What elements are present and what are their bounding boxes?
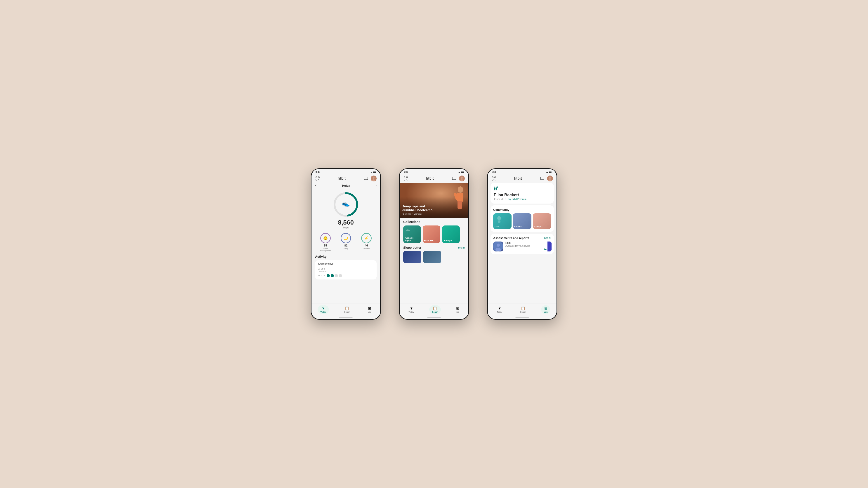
profile-content-area: Elisa Beckett Joined 2016 • Try Fitbit P… xyxy=(488,183,557,303)
svg-rect-13 xyxy=(404,179,405,180)
clock-icon-hero: ⏱ xyxy=(402,213,404,215)
home-indicator-1 xyxy=(311,315,380,319)
community-feed[interactable]: Feed xyxy=(493,213,512,229)
day-dot-sun xyxy=(339,274,342,277)
nav-coach-1[interactable]: 📋 Coach xyxy=(341,305,352,314)
joined-text: Joined 2016 • xyxy=(494,198,507,200)
signal-icon: ▮▮▮ xyxy=(373,171,376,173)
phone-coach: 9:30 ▾▴ ▮▮▮ fitbit xyxy=(399,168,469,320)
collection-favorites[interactable]: Favorites xyxy=(423,225,440,243)
collection-available[interactable]: Availableto you xyxy=(403,225,421,243)
next-arrow[interactable]: > xyxy=(375,184,377,187)
hero-workout-title: Jump rope anddumbbell bootcamp xyxy=(402,204,466,212)
tuesday-label: T xyxy=(321,275,322,277)
home-bar-2 xyxy=(427,317,441,318)
assessments-see-all[interactable]: See all xyxy=(544,237,551,239)
ecg-illustration xyxy=(493,241,503,252)
hero-workout-image[interactable]: Jump rope anddumbbell bootcamp ⏱ 15 min … xyxy=(400,183,468,218)
message-icon-today[interactable] xyxy=(364,176,368,181)
home-indicator-2 xyxy=(400,315,468,319)
today-nav-icon: ☀ xyxy=(322,306,325,311)
scan-icon-profile[interactable] xyxy=(491,176,496,181)
svg-point-34 xyxy=(496,187,497,188)
nav-today-3[interactable]: ☀ Today xyxy=(494,305,505,314)
scan-icon-coach[interactable] xyxy=(403,176,408,181)
message-icon-profile[interactable] xyxy=(540,176,545,181)
sleep-value: 82 xyxy=(344,244,347,247)
nav-you-3[interactable]: ⊞ You xyxy=(541,305,550,314)
svg-point-37 xyxy=(496,188,497,189)
hero-meta: ⏱ 15 min • Workout xyxy=(402,213,466,215)
status-time-profile: 9:30 xyxy=(492,171,496,173)
status-time-coach: 9:30 xyxy=(404,171,408,173)
avatar-profile[interactable] xyxy=(547,175,553,182)
nav-you-2[interactable]: ⊞ You xyxy=(453,305,462,314)
nav-bar-profile: fitbit xyxy=(488,174,557,183)
nav-you-1[interactable]: ⊞ You xyxy=(365,305,374,314)
you-nav-icon-3: ⊞ xyxy=(544,306,547,311)
steps-label: Steps xyxy=(343,226,349,229)
coach-nav-label-3: Coach xyxy=(520,311,526,313)
avatar-today[interactable] xyxy=(371,175,377,182)
hero-text-block: Jump rope anddumbbell bootcamp ⏱ 15 min … xyxy=(402,204,466,215)
bottom-nav-today: ☀ Today 📋 Coach ⊞ You xyxy=(311,303,380,315)
scan-icon[interactable] xyxy=(315,176,320,181)
nav-bar-today: fitbit xyxy=(311,174,380,183)
avatar-coach[interactable] xyxy=(459,175,465,182)
svg-point-44 xyxy=(495,248,501,252)
ecg-setup-btn[interactable]: Set up xyxy=(505,248,551,251)
phone-today: 9:30 ▾▴ ▮▮▮ fitbit xyxy=(311,168,381,320)
status-icons-today: ▾▴ ▮▮▮ xyxy=(370,171,376,173)
date-nav: < Today > xyxy=(315,183,377,189)
you-nav-label-2: You xyxy=(456,311,459,313)
svg-point-40 xyxy=(497,216,501,221)
ecg-card: ECG Available for your device Set up xyxy=(493,241,551,252)
signal-icon-profile: ▮▮▮ xyxy=(549,171,553,173)
sleep-card[interactable]: 🌙 82 Sleep xyxy=(341,233,351,252)
nav-today[interactable]: ☀ Today xyxy=(318,305,329,314)
community-groups[interactable]: Groups xyxy=(533,213,551,229)
svg-rect-4 xyxy=(364,177,368,180)
svg-point-31 xyxy=(549,177,551,179)
nav-coach-2[interactable]: 📋 Coach xyxy=(429,305,441,314)
phone-profile: 9:30 ▾▴ ▮▮▮ fitbit xyxy=(487,168,557,320)
day-dot-thu xyxy=(327,274,330,277)
nav-today-2[interactable]: ☀ Today xyxy=(406,305,417,314)
bottom-nav-coach: ☀ Today 📋 Coach ⊞ You xyxy=(400,303,468,315)
this-week-label: This week xyxy=(318,271,373,273)
svg-line-28 xyxy=(495,180,496,180)
status-bar-today: 9:30 ▾▴ ▮▮▮ xyxy=(311,169,380,174)
prev-arrow[interactable]: < xyxy=(315,184,317,187)
exercise-days-label: Exercise days xyxy=(318,263,373,265)
step-ring-container: 👟 8,560 Steps xyxy=(315,189,377,232)
date-title: Today xyxy=(342,184,350,187)
collection-strength[interactable]: Strength xyxy=(442,225,460,243)
sleep-card-2[interactable] xyxy=(423,251,441,263)
sleep-see-all[interactable]: See all xyxy=(458,247,465,249)
fitbit-dots-icon xyxy=(494,186,499,191)
nav-coach-3[interactable]: 📋 Coach xyxy=(518,305,529,314)
svg-rect-12 xyxy=(406,177,408,178)
zone-card[interactable]: ⚡ 46 Zone Min xyxy=(361,233,372,252)
fitbit-logo-icon xyxy=(494,186,551,191)
sleep-cards xyxy=(403,251,465,263)
nav-right-profile xyxy=(540,175,553,182)
stress-card[interactable]: 😌 75 Stressmanagement xyxy=(320,233,331,252)
hero-duration: 15 min xyxy=(405,213,411,215)
friends-label: Friends xyxy=(514,225,522,228)
feed-illustration xyxy=(495,215,503,224)
strength-label: Strength xyxy=(443,239,458,242)
sleep-circle: 🌙 xyxy=(341,233,351,243)
premium-link[interactable]: Try Fitbit Premium xyxy=(508,198,526,200)
svg-point-38 xyxy=(494,189,495,191)
message-icon-coach[interactable] xyxy=(452,176,457,181)
activity-of: of 5 xyxy=(321,267,325,270)
available-label: Availableto you xyxy=(405,237,420,242)
svg-text:👟: 👟 xyxy=(342,200,350,207)
community-card: Community Feed Friends xyxy=(491,205,554,232)
bottom-nav-profile: ☀ Today 📋 Coach ⊞ You xyxy=(488,303,557,315)
sleep-card-1[interactable] xyxy=(403,251,421,263)
metric-cards: 😌 75 Stressmanagement 🌙 82 Sleep ⚡ 46 xyxy=(315,232,377,254)
svg-point-43 xyxy=(497,243,500,247)
community-friends[interactable]: Friends xyxy=(513,213,531,229)
